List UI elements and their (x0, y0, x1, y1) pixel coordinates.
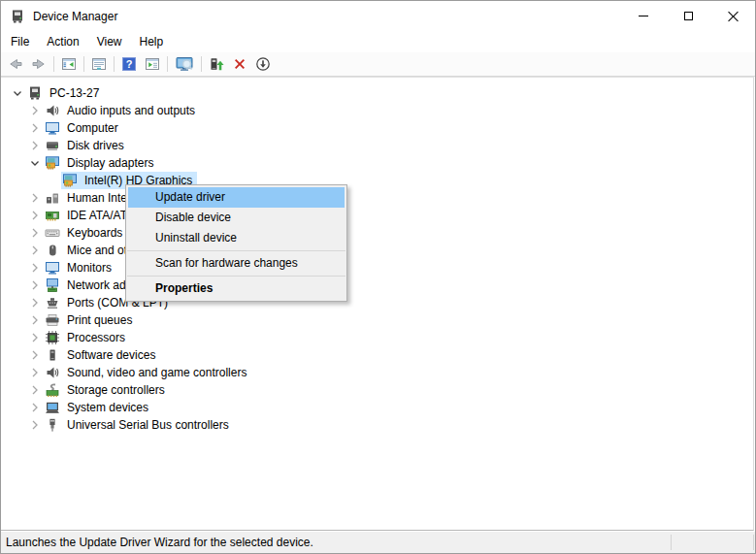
chevron-right-icon[interactable] (26, 365, 44, 380)
menu-item-properties[interactable]: Properties (128, 278, 345, 299)
console-tree-icon (61, 56, 77, 72)
chevron-right-icon[interactable] (26, 138, 44, 153)
statusbar-divider (753, 535, 754, 550)
maximize-button[interactable] (666, 1, 710, 30)
chevron-down-icon[interactable] (9, 85, 26, 101)
action-pane-toggle-button[interactable] (141, 53, 164, 75)
chevron-right-icon[interactable] (26, 120, 44, 136)
processor-icon (45, 330, 60, 345)
scan-for-hardware-changes-button[interactable] (171, 53, 198, 75)
tree-item-software-devices[interactable]: Software devices (1, 346, 753, 364)
chevron-right-icon[interactable] (26, 417, 44, 433)
forward-arrow-icon (31, 56, 47, 72)
chevron-right-icon[interactable] (26, 208, 44, 223)
mouse-icon (45, 243, 60, 258)
tree-item-label: Keyboards (65, 225, 124, 241)
tree-item-sound-video-and-game-controllers[interactable]: Sound, video and game controllers (1, 364, 753, 381)
chevron-right-icon[interactable] (26, 190, 44, 206)
tree-item-processors[interactable]: Processors (1, 329, 753, 346)
tree-item-content: PC-13-27 (26, 84, 104, 102)
tree-item-storage-controllers[interactable]: Storage controllers (1, 381, 753, 399)
monitor-icon (45, 260, 60, 276)
chevron-right-icon[interactable] (26, 243, 44, 258)
tree-item-audio-inputs-and-outputs[interactable]: Audio inputs and outputs (1, 102, 753, 119)
tree-item-label: System devices (65, 400, 150, 415)
menu-help[interactable]: Help (131, 31, 173, 52)
chevron-right-icon[interactable] (26, 382, 44, 398)
chevron-right-icon[interactable] (26, 347, 44, 363)
titlebar: Device Manager (1, 1, 755, 31)
chevron-right-icon[interactable] (26, 330, 44, 345)
toolbar-separator (114, 56, 115, 72)
chevron-right-icon[interactable] (26, 103, 44, 118)
tree-item-monitors[interactable]: Monitors (1, 259, 753, 277)
minimize-button[interactable] (621, 1, 666, 30)
tree-item-content: Audio inputs and outputs (44, 102, 200, 119)
menu-action[interactable]: Action (38, 31, 87, 52)
chevron-right-icon[interactable] (26, 277, 44, 293)
context-menu-separator (127, 250, 345, 251)
tree-item-content: Display adapters (44, 154, 158, 172)
tree-item-disk-drives[interactable]: Disk drives (1, 137, 753, 154)
menu-item-scan-for-hardware-changes[interactable]: Scan for hardware changes (128, 253, 345, 274)
tree-item-label: Print queues (65, 312, 134, 328)
properties-button[interactable] (87, 53, 111, 75)
tree-item-human-interface-devices[interactable]: Human Interface Devices (1, 189, 753, 207)
toolbar-separator (83, 56, 84, 72)
chevron-down-icon[interactable] (26, 155, 44, 171)
chevron-right-icon[interactable] (26, 295, 44, 310)
audio-icon (45, 365, 60, 380)
close-button[interactable] (710, 1, 755, 30)
network-icon (45, 277, 60, 293)
minimize-icon (639, 16, 648, 16)
tree-item-system-devices[interactable]: System devices (1, 399, 753, 416)
menu-item-disable-device[interactable]: Disable device (128, 208, 345, 228)
forward-button[interactable] (27, 53, 50, 75)
disable-device-button[interactable] (251, 53, 275, 75)
tree-item-universal-serial-bus-controllers[interactable]: Universal Serial Bus controllers (1, 416, 753, 434)
tree-item-display-adapters[interactable]: Display adapters (1, 154, 753, 172)
tree-item-mice-and-other-pointing-devices[interactable]: Mice and other pointing devices (1, 242, 753, 259)
menu-item-update-driver[interactable]: Update driver (128, 187, 345, 208)
chevron-right-icon[interactable] (26, 225, 44, 241)
console-tree-toggle-button[interactable] (57, 53, 81, 75)
tree-item-label: Monitors (65, 260, 114, 276)
tree-item-ide-ata-atapi-controllers[interactable]: IDE ATA/ATAPI controllers (1, 207, 753, 224)
back-button[interactable] (4, 53, 27, 75)
uninstall-device-button[interactable] (228, 53, 251, 75)
tree-item-ports-com-lpt[interactable]: Ports (COM & LPT) (1, 294, 753, 311)
storage-icon (45, 382, 60, 398)
disable-icon (255, 56, 271, 72)
chevron-right-icon[interactable] (26, 400, 44, 415)
statusbar-divider (671, 535, 672, 550)
context-menu: Update driverDisable deviceUninstall dev… (125, 184, 347, 302)
display-adapter-icon (62, 173, 78, 188)
tree-item-label: Universal Serial Bus controllers (65, 417, 231, 433)
menu-view[interactable]: View (88, 31, 131, 52)
tree-item-label: Computer (65, 120, 120, 136)
disk-drive-icon (45, 138, 60, 153)
tree-item-computer[interactable]: Computer (1, 119, 753, 137)
tree-item-content: Print queues (44, 311, 137, 329)
window-list-icon (145, 56, 160, 72)
tree-item-label: Display adapters (65, 155, 155, 171)
chevron-right-icon[interactable] (26, 312, 44, 328)
chevron-right-icon[interactable] (26, 260, 44, 276)
computer-device-icon (27, 85, 43, 101)
tree-item-intel-r-hd-graphics[interactable]: Intel(R) HD Graphics (1, 172, 753, 189)
tree-item-print-queues[interactable]: Print queues (1, 311, 753, 329)
tree-item-network-adapters[interactable]: Network adapters (1, 277, 753, 294)
tree-item-pc-13-27[interactable]: PC-13-27 (1, 84, 753, 102)
window-title: Device Manager (33, 10, 117, 23)
back-arrow-icon (8, 56, 23, 72)
help-button[interactable]: ? (117, 53, 141, 75)
help-icon: ? (121, 56, 137, 72)
tree-item-content: Universal Serial Bus controllers (44, 416, 234, 434)
tree-item-keyboards[interactable]: Keyboards (1, 224, 753, 242)
svg-text:?: ? (126, 58, 133, 70)
keyboard-icon (45, 225, 60, 241)
menu-item-uninstall-device[interactable]: Uninstall device (128, 228, 345, 248)
update-driver-button[interactable] (205, 53, 228, 75)
menu-file[interactable]: File (2, 31, 38, 52)
tree-item-content: Computer (44, 119, 123, 137)
